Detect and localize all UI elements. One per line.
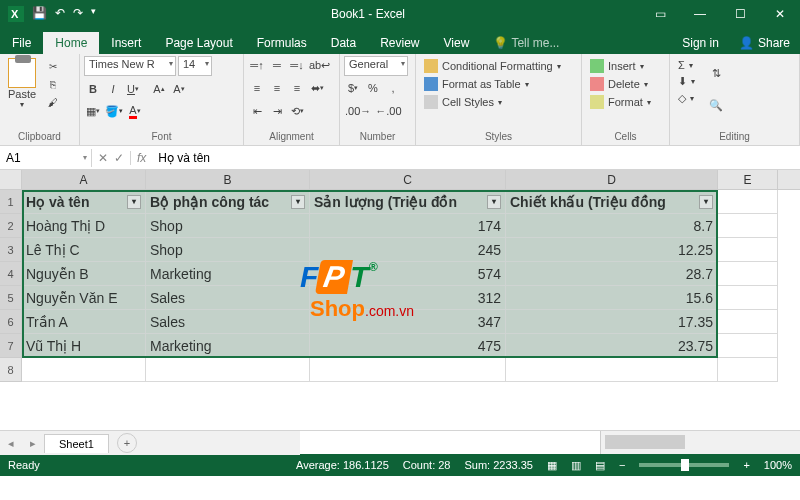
- tab-file[interactable]: File: [0, 32, 43, 54]
- col-header[interactable]: D: [506, 170, 718, 189]
- fx-icon[interactable]: fx: [131, 151, 152, 165]
- cell[interactable]: [718, 286, 778, 310]
- format-cells-button[interactable]: Format ▾: [588, 94, 653, 110]
- undo-icon[interactable]: ↶: [55, 6, 65, 22]
- dec-decimal-icon[interactable]: ←.00: [374, 102, 402, 120]
- font-name-combo[interactable]: Times New R: [84, 56, 176, 76]
- col-header[interactable]: E: [718, 170, 778, 189]
- align-top-icon[interactable]: ═↑: [248, 56, 266, 74]
- percent-icon[interactable]: %: [364, 79, 382, 97]
- fill-color-button[interactable]: 🪣▾: [104, 102, 124, 120]
- cell[interactable]: [718, 238, 778, 262]
- cell[interactable]: Họ và tên▾: [22, 190, 146, 214]
- horizontal-scrollbar[interactable]: [600, 431, 800, 454]
- cell[interactable]: 17.35: [506, 310, 718, 334]
- cell[interactable]: [146, 358, 310, 382]
- cell[interactable]: 245: [310, 238, 506, 262]
- tab-insert[interactable]: Insert: [99, 32, 153, 54]
- wrap-text-icon[interactable]: ab↩: [308, 56, 331, 74]
- delete-cells-button[interactable]: Delete ▾: [588, 76, 653, 92]
- cell[interactable]: Trần A: [22, 310, 146, 334]
- cell[interactable]: Sales: [146, 286, 310, 310]
- align-left-icon[interactable]: ≡: [248, 79, 266, 97]
- cell[interactable]: Shop: [146, 214, 310, 238]
- inc-decimal-icon[interactable]: .00→: [344, 102, 372, 120]
- cell[interactable]: 312: [310, 286, 506, 310]
- tab-home[interactable]: Home: [43, 32, 99, 54]
- new-sheet-button[interactable]: +: [117, 433, 137, 453]
- cell[interactable]: [310, 358, 506, 382]
- close-icon[interactable]: ✕: [760, 0, 800, 28]
- cell[interactable]: 12.25: [506, 238, 718, 262]
- maximize-icon[interactable]: ☐: [720, 0, 760, 28]
- redo-icon[interactable]: ↷: [73, 6, 83, 22]
- cell[interactable]: Bộ phận công tác▾: [146, 190, 310, 214]
- cell[interactable]: [718, 214, 778, 238]
- indent-inc-icon[interactable]: ⇥: [268, 102, 286, 120]
- insert-cells-button[interactable]: Insert ▾: [588, 58, 653, 74]
- shrink-font-icon[interactable]: A▾: [170, 80, 188, 98]
- sort-filter-icon[interactable]: ⇅: [707, 58, 725, 88]
- formula-bar-input[interactable]: Họ và tên: [152, 149, 800, 167]
- cell[interactable]: 23.75: [506, 334, 718, 358]
- filter-dropdown-icon[interactable]: ▾: [699, 195, 713, 209]
- zoom-out-icon[interactable]: −: [619, 459, 625, 471]
- cell[interactable]: Marketing: [146, 262, 310, 286]
- cell[interactable]: [718, 310, 778, 334]
- copy-icon[interactable]: ⎘: [44, 76, 62, 92]
- zoom-in-icon[interactable]: +: [743, 459, 749, 471]
- filter-dropdown-icon[interactable]: ▾: [127, 195, 141, 209]
- cell[interactable]: Vũ Thị H: [22, 334, 146, 358]
- row-header[interactable]: 6: [0, 310, 22, 334]
- number-format-combo[interactable]: General: [344, 56, 408, 76]
- ribbon-opts-icon[interactable]: ▭: [640, 0, 680, 28]
- col-header[interactable]: A: [22, 170, 146, 189]
- find-select-icon[interactable]: 🔍: [707, 90, 725, 120]
- cell[interactable]: [22, 358, 146, 382]
- col-header[interactable]: C: [310, 170, 506, 189]
- cell[interactable]: Chiết khấu (Triệu đồng▾: [506, 190, 718, 214]
- row-header[interactable]: 3: [0, 238, 22, 262]
- merge-button[interactable]: ⬌▾: [308, 79, 326, 97]
- align-middle-icon[interactable]: ═: [268, 56, 286, 74]
- view-layout-icon[interactable]: ▥: [571, 459, 581, 472]
- align-right-icon[interactable]: ≡: [288, 79, 306, 97]
- cell[interactable]: Nguyễn B: [22, 262, 146, 286]
- cell[interactable]: [718, 358, 778, 382]
- row-header[interactable]: 4: [0, 262, 22, 286]
- orientation-icon[interactable]: ⟲▾: [288, 102, 306, 120]
- tab-review[interactable]: Review: [368, 32, 431, 54]
- font-size-combo[interactable]: 14: [178, 56, 212, 76]
- cell[interactable]: Hoàng Thị D: [22, 214, 146, 238]
- indent-dec-icon[interactable]: ⇤: [248, 102, 266, 120]
- sign-in-link[interactable]: Sign in: [672, 32, 729, 54]
- cell[interactable]: 8.7: [506, 214, 718, 238]
- comma-icon[interactable]: ,: [384, 79, 402, 97]
- format-painter-icon[interactable]: 🖌: [44, 94, 62, 110]
- cell[interactable]: [506, 358, 718, 382]
- zoom-level[interactable]: 100%: [764, 459, 792, 471]
- tab-data[interactable]: Data: [319, 32, 368, 54]
- tab-formulas[interactable]: Formulas: [245, 32, 319, 54]
- format-as-table-button[interactable]: Format as Table ▾: [422, 76, 563, 92]
- cell[interactable]: Sản lượng (Triệu đồn▾: [310, 190, 506, 214]
- conditional-formatting-button[interactable]: Conditional Formatting ▾: [422, 58, 563, 74]
- cell[interactable]: [718, 190, 778, 214]
- cell[interactable]: 15.6: [506, 286, 718, 310]
- border-button[interactable]: ▦▾: [84, 102, 102, 120]
- tell-me[interactable]: 💡 Tell me...: [481, 32, 571, 54]
- currency-icon[interactable]: $▾: [344, 79, 362, 97]
- row-header[interactable]: 7: [0, 334, 22, 358]
- sheet-tab[interactable]: Sheet1: [44, 434, 109, 453]
- cell[interactable]: 574: [310, 262, 506, 286]
- tab-pagelayout[interactable]: Page Layout: [153, 32, 244, 54]
- view-pagebreak-icon[interactable]: ▤: [595, 459, 605, 472]
- paste-button[interactable]: Paste▾: [4, 56, 40, 111]
- zoom-slider[interactable]: [639, 463, 729, 467]
- minimize-icon[interactable]: —: [680, 0, 720, 28]
- cell[interactable]: Lê Thị C: [22, 238, 146, 262]
- align-center-icon[interactable]: ≡: [268, 79, 286, 97]
- grow-font-icon[interactable]: A▴: [150, 80, 168, 98]
- row-header[interactable]: 2: [0, 214, 22, 238]
- share-button[interactable]: 👤Share: [729, 32, 800, 54]
